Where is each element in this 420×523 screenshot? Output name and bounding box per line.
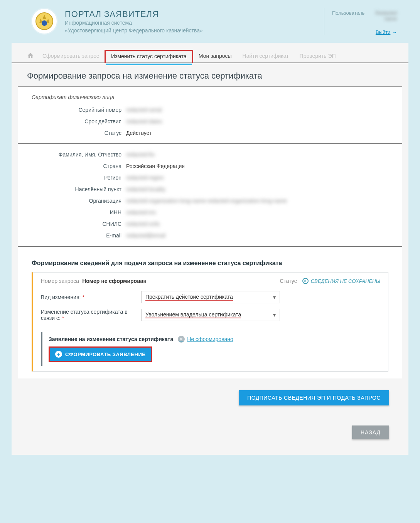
plus-icon: + xyxy=(55,351,62,358)
home-icon[interactable] xyxy=(27,52,34,60)
req-no-label: Номер запроса xyxy=(41,278,79,284)
portal-sub1: Информационная система xyxy=(65,19,324,27)
reason-select[interactable]: Увольнением владельца сертификата ▾ xyxy=(141,309,280,321)
logout-link[interactable]: Выйти xyxy=(376,29,391,35)
locality-value: redacted-locality xyxy=(126,186,388,192)
x-icon: ✕ xyxy=(178,336,185,343)
org-value: redacted-organization-long-name-redacted… xyxy=(126,198,388,204)
form-status-label: Статус xyxy=(280,278,297,284)
not-formed-text: Не сформировано xyxy=(187,336,233,342)
user-label: Пользователь xyxy=(332,10,364,16)
back-button[interactable]: НАЗАД xyxy=(352,425,389,439)
tab-find-cert[interactable]: Найти сертификат xyxy=(237,50,294,63)
region-label: Регион xyxy=(32,175,126,181)
validity-label: Срок действия xyxy=(32,118,126,124)
x-icon: ✕ xyxy=(302,278,309,284)
cert-section-label: Сертификат физического лица xyxy=(32,94,388,100)
form-status-text: СВЕДЕНИЯ НЕ СОХРАНЕНЫ xyxy=(311,278,380,284)
reason-label: Изменение статуса сертификата в связи с: xyxy=(41,309,128,321)
chevron-down-icon: ▾ xyxy=(273,312,276,318)
tab-create-request[interactable]: Сформировать запрос xyxy=(37,50,105,63)
inn-label: ИНН xyxy=(32,209,126,215)
user-name: Redacted name xyxy=(366,10,397,22)
serial-label: Серийный номер xyxy=(32,107,126,113)
serial-value: redacted-serial xyxy=(126,107,388,113)
region-value: redacted-region xyxy=(126,175,388,181)
portal-title: ПОРТАЛ ЗАЯВИТЕЛЯ xyxy=(65,9,324,19)
nav-tabs: Сформировать запрос Изменить статус серт… xyxy=(12,43,408,63)
reason-value: Увольнением владельца сертификата xyxy=(145,311,241,318)
org-label: Организация xyxy=(32,198,126,204)
locality-label: Населённый пункт xyxy=(32,186,126,192)
change-type-select[interactable]: Прекратить действие сертификата ▾ xyxy=(141,291,280,303)
svg-point-1 xyxy=(42,20,47,26)
form-box: Номер запроса Номер не сформирован Стату… xyxy=(32,272,388,372)
change-type-label: Вид изменения: xyxy=(41,294,81,300)
page-title: Формирование запроса на изменение статус… xyxy=(12,69,408,86)
not-formed-link[interactable]: ✕ Не сформировано xyxy=(178,336,233,343)
portal-sub2: «Удостоверяющий центр Федерального казна… xyxy=(65,27,324,35)
tab-verify-sig[interactable]: Проверить ЭП xyxy=(294,50,341,63)
fio-value: redacted-fio xyxy=(126,151,388,158)
change-type-value: Прекратить действие сертификата xyxy=(145,294,233,301)
chevron-down-icon: ▾ xyxy=(273,294,276,300)
status-value: Действует xyxy=(126,130,388,136)
email-value: redacted@email xyxy=(126,232,388,239)
snils-value: redacted-snils xyxy=(126,221,388,227)
email-label: E-mail xyxy=(32,232,126,239)
arrow-right-icon: → xyxy=(392,29,397,35)
application-title: Заявление на изменение статуса сертифика… xyxy=(49,336,173,342)
status-label: Статус xyxy=(32,130,126,136)
form-status-value: ✕ СВЕДЕНИЯ НЕ СОХРАНЕНЫ xyxy=(302,278,380,284)
emblem-logo xyxy=(31,8,58,35)
application-subbox: Заявление на изменение статуса сертифика… xyxy=(41,332,380,366)
form-application-label: СФОРМИРОВАТЬ ЗАЯВЛЕНИЕ xyxy=(65,351,145,357)
inn-value: redacted-inn xyxy=(126,209,388,215)
req-no-value: Номер не сформирован xyxy=(82,278,147,284)
tab-change-status[interactable]: Изменить статус сертификата xyxy=(105,50,193,63)
tab-my-requests[interactable]: Мои запросы xyxy=(193,50,237,63)
form-application-button[interactable]: + СФОРМИРОВАТЬ ЗАЯВЛЕНИЕ xyxy=(49,346,152,362)
snils-label: СНИЛС xyxy=(32,221,126,227)
country-value: Российская Федерация xyxy=(126,163,388,169)
country-label: Страна xyxy=(32,163,126,169)
validity-value: redacted-dates xyxy=(126,118,388,124)
form-section-title: Формирование сведений для подачи запроса… xyxy=(32,260,388,267)
fio-label: Фамилия, Имя, Отчество xyxy=(32,151,126,158)
header: ПОРТАЛ ЗАЯВИТЕЛЯ Информационная система … xyxy=(0,0,420,43)
submit-button[interactable]: ПОДПИСАТЬ СВЕДЕНИЯ ЭП И ПОДАТЬ ЗАПРОС xyxy=(239,390,389,405)
